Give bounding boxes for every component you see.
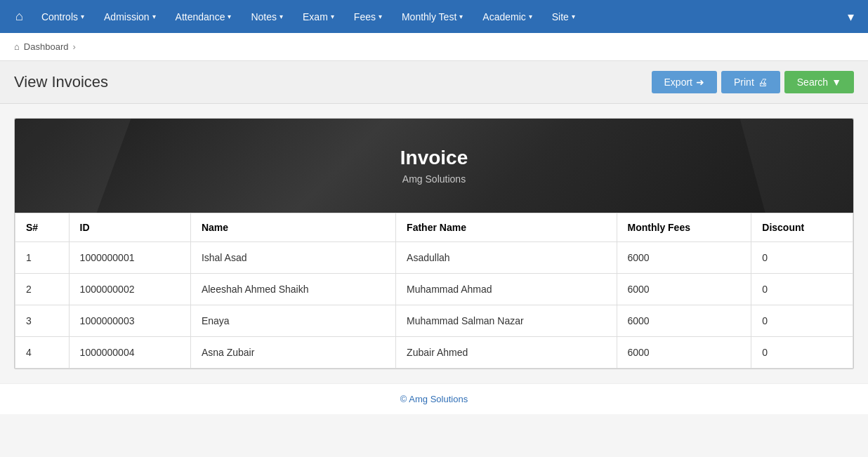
content-area: Invoice Amg Solutions S# ID Name Father … (0, 104, 868, 383)
search-button[interactable]: Search ▼ (784, 71, 854, 93)
cell-sno: 4 (15, 337, 70, 369)
cell-id: 1000000002 (69, 274, 190, 305)
nav-site[interactable]: Site ▾ (542, 0, 585, 33)
home-button[interactable]: ⌂ (7, 9, 32, 24)
table-header-row: S# ID Name Father Name Monthly Fees Disc… (15, 213, 853, 242)
nav-exam-caret: ▾ (331, 13, 334, 20)
nav-attendance[interactable]: Attendance ▾ (166, 0, 242, 33)
cell-name: Ishal Asad (190, 242, 395, 274)
nav-exam[interactable]: Exam ▾ (293, 0, 344, 33)
invoice-wrapper: Invoice Amg Solutions S# ID Name Father … (14, 118, 854, 369)
nav-controls[interactable]: Controls ▾ (32, 0, 94, 33)
nav-monthly-test[interactable]: Monthly Test ▾ (392, 0, 473, 33)
cell-name: Aleeshah Ahmed Shaikh (190, 274, 395, 305)
cell-name: Asna Zubair (190, 337, 395, 369)
cell-monthly-fees: 6000 (617, 305, 751, 337)
nav-notes[interactable]: Notes ▾ (241, 0, 293, 33)
cell-discount: 0 (751, 242, 853, 274)
cell-discount: 0 (751, 337, 853, 369)
nav-monthly-test-caret: ▾ (459, 13, 463, 20)
col-name: Name (190, 213, 395, 242)
nav-controls-caret: ▾ (81, 13, 84, 20)
cell-monthly-fees: 6000 (617, 242, 751, 274)
nav-fees-caret: ▾ (379, 13, 382, 20)
header-buttons: Export ➜ Print 🖨 Search ▼ (652, 71, 854, 93)
cell-sno: 3 (15, 305, 70, 337)
nav-fees[interactable]: Fees ▾ (344, 0, 392, 33)
nav-attendance-caret: ▾ (228, 13, 231, 20)
cell-monthly-fees: 6000 (617, 337, 751, 369)
cell-id: 1000000004 (69, 337, 190, 369)
cell-monthly-fees: 6000 (617, 274, 751, 305)
table-row: 2 1000000002 Aleeshah Ahmed Shaikh Muham… (15, 274, 853, 305)
invoice-company: Amg Solutions (29, 173, 839, 185)
page-header: View Invoices Export ➜ Print 🖨 Search ▼ (0, 61, 868, 104)
cell-father-name: Muhammad Ahmad (396, 274, 617, 305)
cell-father-name: Asadullah (396, 242, 617, 274)
table-row: 3 1000000003 Enaya Muhammad Salman Nazar… (15, 305, 853, 337)
nav-admission[interactable]: Admission ▾ (94, 0, 166, 33)
nav-academic[interactable]: Academic ▾ (473, 0, 541, 33)
invoice-banner: Invoice Amg Solutions (15, 119, 853, 213)
table-row: 4 1000000004 Asna Zubair Zubair Ahmed 60… (15, 337, 853, 369)
search-filter-icon: ▼ (831, 77, 841, 88)
breadcrumb-home-icon: ⌂ (14, 41, 20, 52)
cell-father-name: Muhammad Salman Nazar (396, 305, 617, 337)
col-father-name: Father Name (396, 213, 617, 242)
cell-father-name: Zubair Ahmed (396, 337, 617, 369)
footer-text: © Amg Solutions (400, 394, 468, 404)
cell-id: 1000000001 (69, 242, 190, 274)
nav-notes-caret: ▾ (280, 13, 283, 20)
col-sno: S# (15, 213, 70, 242)
nav-academic-caret: ▾ (529, 13, 532, 20)
nav-site-caret: ▾ (572, 13, 575, 20)
cell-discount: 0 (751, 274, 853, 305)
invoice-table: S# ID Name Father Name Monthly Fees Disc… (15, 213, 853, 369)
breadcrumb-separator: › (72, 41, 75, 52)
breadcrumb: ⌂ Dashboard › (0, 33, 868, 61)
navbar-collapse-button[interactable]: ▾ (841, 9, 861, 25)
navbar: ⌂ Controls ▾ Admission ▾ Attendance ▾ No… (0, 0, 868, 33)
cell-name: Enaya (190, 305, 395, 337)
breadcrumb-dashboard-link[interactable]: Dashboard (24, 41, 69, 52)
table-row: 1 1000000001 Ishal Asad Asadullah 6000 0 (15, 242, 853, 274)
cell-sno: 2 (15, 274, 70, 305)
cell-sno: 1 (15, 242, 70, 274)
col-id: ID (69, 213, 190, 242)
invoice-title: Invoice (29, 147, 839, 169)
print-icon: 🖨 (758, 77, 768, 88)
export-arrow-icon: ➜ (696, 77, 704, 88)
col-monthly-fees: Monthly Fees (617, 213, 751, 242)
footer: © Amg Solutions (0, 383, 868, 414)
col-discount: Discount (751, 213, 853, 242)
print-button[interactable]: Print 🖨 (721, 71, 780, 93)
cell-discount: 0 (751, 305, 853, 337)
nav-admission-caret: ▾ (152, 13, 156, 20)
export-button[interactable]: Export ➜ (652, 71, 717, 93)
page-title: View Invoices (14, 73, 108, 91)
cell-id: 1000000003 (69, 305, 190, 337)
